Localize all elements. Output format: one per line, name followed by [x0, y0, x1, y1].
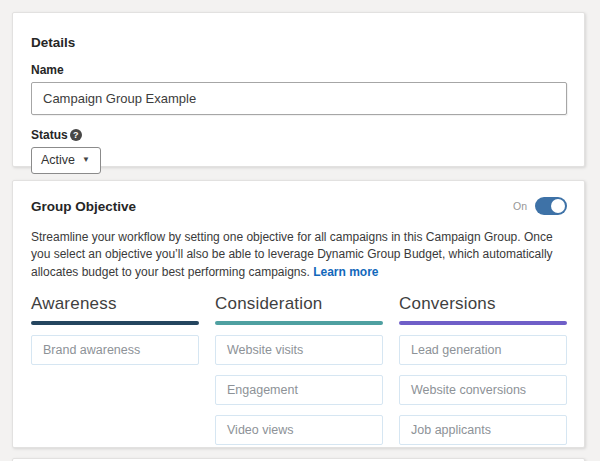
- learn-more-link[interactable]: Learn more: [313, 265, 378, 279]
- column-awareness-header: Awareness: [31, 294, 199, 314]
- status-label-text: Status: [31, 128, 68, 142]
- details-card-title: Details: [31, 35, 567, 50]
- name-field-label: Name: [31, 63, 567, 77]
- objective-option-website-conversions[interactable]: Website conversions: [399, 375, 567, 405]
- objective-option-website-visits[interactable]: Website visits: [215, 335, 383, 365]
- column-conversions-header: Conversions: [399, 294, 567, 314]
- column-conversions: Conversions Lead generation Website conv…: [399, 294, 567, 445]
- group-objective-card: Group Objective On Streamline your workf…: [12, 180, 585, 448]
- campaign-group-name-input[interactable]: [31, 82, 567, 115]
- status-selected-value: Active: [41, 153, 75, 167]
- column-conversions-accent-bar: [399, 321, 567, 325]
- group-objective-title: Group Objective: [31, 199, 136, 214]
- objective-option-engagement[interactable]: Engagement: [215, 375, 383, 405]
- help-icon[interactable]: ?: [70, 129, 82, 141]
- description-text: Streamline your workflow by setting one …: [31, 230, 553, 279]
- status-dropdown[interactable]: Active ▼: [31, 147, 101, 174]
- column-consideration: Consideration Website visits Engagement …: [215, 294, 383, 445]
- column-consideration-header: Consideration: [215, 294, 383, 314]
- toggle-state-label: On: [513, 200, 527, 212]
- chevron-down-icon: ▼: [82, 156, 90, 164]
- objective-option-brand-awareness[interactable]: Brand awareness: [31, 335, 199, 365]
- details-card: Details Name Status ? Active ▼: [12, 12, 585, 167]
- objective-option-video-views[interactable]: Video views: [215, 415, 383, 445]
- group-objective-description: Streamline your workflow by setting one …: [31, 229, 567, 281]
- group-objective-toggle[interactable]: [535, 197, 567, 215]
- toggle-knob: [551, 199, 565, 213]
- status-field-label: Status ?: [31, 128, 567, 142]
- objective-columns: Awareness Brand awareness Consideration …: [31, 294, 567, 445]
- objective-option-lead-generation[interactable]: Lead generation: [399, 335, 567, 365]
- column-consideration-accent-bar: [215, 321, 383, 325]
- objective-option-job-applicants[interactable]: Job applicants: [399, 415, 567, 445]
- column-awareness-accent-bar: [31, 321, 199, 325]
- column-awareness: Awareness Brand awareness: [31, 294, 199, 445]
